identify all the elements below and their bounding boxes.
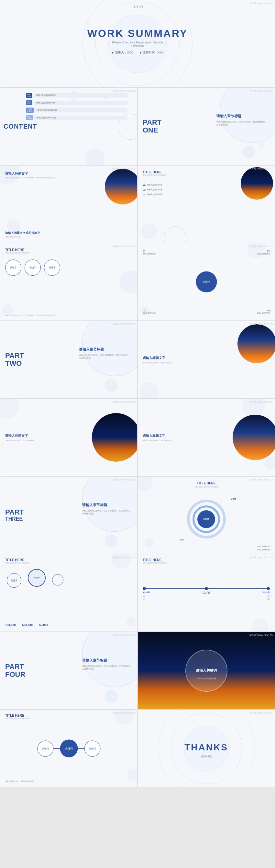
item7-4: 04 请输入成据栏内容 [257,309,270,314]
center-kw: 关键字 [196,272,217,292]
values-row: 150,000 500,000 50,000 [5,623,48,627]
kw-overlay-text: 请输入关键词 [196,668,217,673]
wm11: 演界网 WWW.YANJ.CN [249,400,273,404]
xx3: XX [143,598,145,600]
kw-sub-text: 请输入您想表达的内容 [197,677,216,680]
deco-c2 [259,142,265,149]
dc14 [105,534,118,547]
slide-progress: TITLE HERE 请输入您想表达的内容与标题相关 50M 30M 10M 请… [137,476,275,554]
stats-title-area: TITLE HERE 请输入您想表达的内容与标题相关 [5,558,29,564]
dc11 [0,399,20,418]
title14-area: TITLE HERE 请输入您想表达的内容与标题相关 [5,714,29,719]
input-title9: 请输入标题文字 [5,434,34,438]
city-image [105,169,137,205]
title-box: TITLE HERE 请输入您想表达的内容与标题相关 [143,170,167,176]
kw-row: 关键字 关键字 关键字 [5,259,60,276]
presenter-row: ➤ 宣讲人：XXX ➤ 宣讲时间：XXX [88,51,187,55]
val-10m: 10M [180,538,184,541]
tl-dot1 [143,587,146,590]
ch-text4: 请输入您想表达的内容，注意与标题相关，图文排版格式应该整洁美观 [82,665,131,671]
ring-mid: 50M [193,505,220,533]
txt7-4: 请输入成据栏内容 [257,312,270,314]
title-here: TITLE HERE [143,170,167,174]
wm13: 演界网 WWW.YANJ.CN [249,478,273,482]
wm19: 演界网 WWW.YANJ.CN [249,712,273,715]
kw-c2: 关键词 [84,740,100,756]
bi1: 请输入成据栏内容 [5,780,18,782]
bi2: 请输入成据栏内容 [21,780,34,782]
li3: 03 请输入成据栏内容 [143,193,207,196]
num7-3: 03 [143,309,156,312]
val-30m: 30M [231,497,236,500]
slide-input-title: 请输入标题文字 请输入您想表达的内容，注意与标题相关，图文排版格式应该整洁美观 … [0,165,137,243]
tl-dot2 [205,587,208,590]
sub-title: Please Enter your Presentation Subtitle [88,41,187,44]
part-badge-2: PARTTWO [26,100,32,105]
dc10 [139,382,159,399]
kw-connected: 关键词 关键词 关键词 [37,740,100,757]
kw2: 关键字 [25,259,41,276]
dc22 [128,769,137,780]
timeline: 2020年 70.7% 2022年 XX XX XX XX [143,588,270,600]
tl-sub: 请输入您想表达的内容与标题相关 [143,562,167,564]
kw-circle2: 关键字 [28,569,46,587]
slide-city-kw: 请输入关键词 请输入您想表达的内容 演界网 WWW.YANJ.CN [137,632,275,710]
kw-c1: 关键词 [37,740,54,756]
city-img4 [92,413,137,462]
wm15: 演界网 WWW.YANJ.CN [249,556,273,559]
ch-text3: 请输入您想表达的内容，注意与标题相关，图文排版格式应该整洁美观 [82,509,131,515]
slide-part-four: PART FOUR 请输入章节标题 请输入您想表达的内容，注意与标题相关，图文排… [0,632,137,710]
ring-outer: 50M 30M 10M [187,500,226,538]
time-item: ➤ 宣讲时间：XXX [139,51,163,55]
list-area: 01 请输入成据栏内容 02 请输入成据栏内容 03 请输入成据栏内容 [143,183,207,198]
xx4: XX [267,598,270,600]
logo: LOGO [132,5,144,9]
input-area10: 请输入标题文字 请输入您想表达的内容，注意与标题相关 [143,434,172,442]
one-word: ONE [143,126,162,134]
part4-word: PART [5,663,25,671]
tl-xx2: XX XX [143,598,270,600]
num7-2: 02 [257,250,270,253]
wm16: 演界网 WWW.YANJ.CN [112,634,136,637]
dc6 [2,304,13,316]
chapter-text: 请输入您想表达的内容，注意与标题相关，图文排版格式应该整洁美观 [216,121,265,126]
wm7: 演界网 WWW.YANJ.CN [249,245,273,248]
wm10: 演界网 WWW.YANJ.CN [112,400,136,404]
stats-sub: 请输入您想表达的内容与标题相关 [5,562,29,564]
enter-label: 请输入标题文字或图片填充 [5,231,40,235]
slide-title-kw: TITLE HERE 请输入您想表达的内容与标题相关 关键词 关键词 关键词 请… [0,710,137,787]
watermark3: 演界网 WWW.YANJ.CN [249,89,273,93]
title-box6: TITLE HERE 请输入您想表达的内容与标题相关 [5,248,29,254]
two-word: TWO [5,360,24,367]
slide-subtitle: 请输入您想表达的内容，注意与标题相关，图文排版格式应该整洁美观 [5,177,55,179]
input-title10: 请输入标题文字 [143,434,172,438]
ch-text2: 请输入您想表达的内容，注意与标题相关，图文排版格式应该整洁美观 [79,354,128,360]
enter-sub: 请输入您想表达的内容 [5,236,40,238]
tl-line [143,588,270,589]
body-text6: 请输入您想表达的内容，注意与标题相关，图文排版格式应该整洁美观 [5,314,132,316]
val2: 500,000 [22,623,33,627]
part-item-3: PARTTHREE 请输入您的目录系内容 [26,107,128,113]
part-text-2: 请输入您的目录系内容 [34,101,128,105]
txt7-1: 请输入成据栏内容 [143,253,156,255]
li3-num: 03 [143,193,146,196]
kw-center14: 关键词 [60,740,78,757]
slide-title-photo: TITLE HERE 请输入您想表达的内容与标题相关 01 请输入成据栏内容 0… [137,165,275,243]
slide-cover: LOGO WORK SUMMARY Please Enter your Pres… [0,0,275,88]
city-circle2 [238,324,275,363]
progress-sub: 请输入您想表达的内容与标题相关 [194,486,218,488]
input-title8: 请输入标题文字 [143,356,172,360]
slide-empty1: 请输入标题文字 请输入您想表达的内容，注意与标题相关 演界网 WWW.YANJ.… [137,399,275,476]
wm14: 演界网 WWW.YANJ.CN [112,556,136,559]
wm12: 演界网 WWW.YANJ.CN [112,478,136,482]
part-label: PART ONE [143,119,162,134]
xx2: XX [267,595,270,597]
li2-text: 请输入成据栏内容 [147,188,163,191]
slide-thanks: THANKS 感谢聆听 演界网 WWW.YANJ.CN [137,710,275,787]
progress-title: TITLE HERE [197,482,215,485]
content-label: CONTENT [4,123,37,130]
chapter-area3: 请输入章节标题 请输入您想表达的内容，注意与标题相关，图文排版格式应该整洁美观 [82,502,131,515]
part3-word: PART [5,508,24,516]
kw-circle3: · [52,574,63,586]
kw3: 关键字 [44,259,60,276]
